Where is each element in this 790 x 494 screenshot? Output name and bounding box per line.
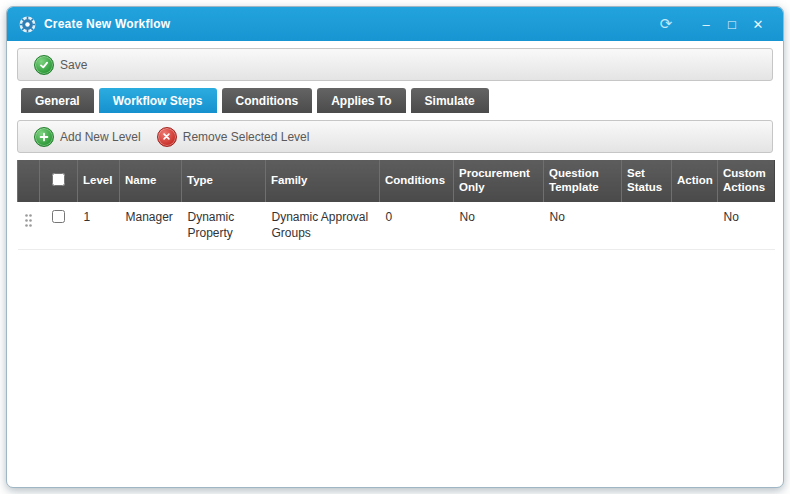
add-new-level-label: Add New Level [60,130,141,144]
minimize-button[interactable]: – [693,12,719,36]
header-select-all-cell [40,160,78,202]
header-set-status: Set Status [622,160,672,202]
cell-procurement-only: No [454,202,544,250]
remove-x-icon [157,127,177,147]
cell-custom-actions: No [718,202,775,250]
row-select-cell [40,202,78,250]
header-procurement-only: Procurement Only [454,160,544,202]
cell-set-status [622,202,672,250]
save-toolbar: Save [17,48,773,81]
header-level: Level [78,160,120,202]
cell-family: Dynamic Approval Groups [266,202,380,250]
row-drag-handle[interactable] [18,202,40,250]
refresh-icon[interactable]: ⟳ [653,12,679,36]
titlebar: Create New Workflow ⟳ – □ ✕ [7,7,783,41]
cell-conditions: 0 [380,202,454,250]
save-button-label: Save [60,58,87,72]
workflow-steps-grid: Level Name Type Family Conditions Procur… [17,160,773,250]
window-title: Create New Workflow [44,17,170,31]
remove-selected-level-button[interactable]: Remove Selected Level [149,124,318,150]
save-button[interactable]: Save [26,52,95,78]
header-name: Name [120,160,182,202]
tab-conditions[interactable]: Conditions [222,88,313,113]
cell-level: 1 [78,202,120,250]
table-row: 1 Manager Dynamic Property Dynamic Appro… [18,202,775,250]
header-question-template: Question Template [544,160,622,202]
app-gear-icon [19,16,36,33]
tab-workflow-steps[interactable]: Workflow Steps [99,88,217,113]
header-type: Type [182,160,266,202]
close-button[interactable]: ✕ [745,12,771,36]
add-plus-icon [34,127,54,147]
cell-type: Dynamic Property [182,202,266,250]
header-drag-handle-column [18,160,40,202]
tab-simulate[interactable]: Simulate [411,88,489,113]
row-checkbox[interactable] [52,210,65,223]
create-workflow-dialog: Create New Workflow ⟳ – □ ✕ Save General… [6,6,784,488]
remove-selected-level-label: Remove Selected Level [183,130,310,144]
header-conditions: Conditions [380,160,454,202]
tab-general[interactable]: General [21,88,94,113]
select-all-checkbox[interactable] [52,173,65,186]
cell-name: Manager [120,202,182,250]
tab-strip: General Workflow Steps Conditions Applie… [21,88,773,113]
save-check-icon [34,55,54,75]
cell-question-template: No [544,202,622,250]
table-header-row: Level Name Type Family Conditions Procur… [18,160,775,202]
tab-applies-to[interactable]: Applies To [317,88,405,113]
header-custom-actions: Custom Actions [718,160,775,202]
header-family: Family [266,160,380,202]
header-action: Action [672,160,718,202]
cell-action [672,202,718,250]
level-toolbar: Add New Level Remove Selected Level [17,120,773,153]
add-new-level-button[interactable]: Add New Level [26,124,149,150]
maximize-button[interactable]: □ [719,12,745,36]
